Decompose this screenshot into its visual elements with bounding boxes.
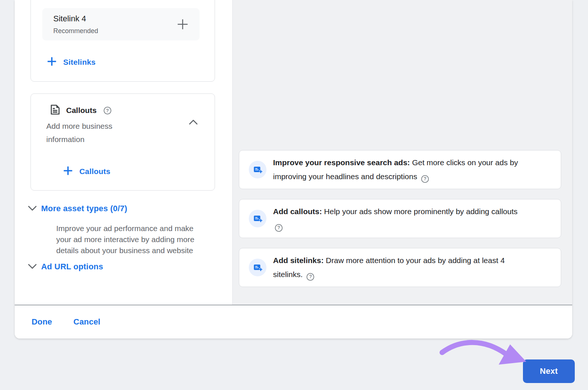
ads-asset-editor-screen: Sitelink 4 Recommended Sitelinks (0, 0, 588, 390)
collapse-callouts-chevron-up-icon[interactable] (187, 118, 199, 127)
panel-content: Sitelink 4 Recommended Sitelinks (15, 0, 572, 305)
callouts-header: Callouts ? (49, 104, 111, 117)
plus-icon (62, 165, 74, 177)
suggestion-card-add-callouts[interactable]: Add callouts: Help your ads show more pr… (239, 199, 561, 238)
sitelink-4-title: Sitelink 4 (53, 14, 86, 24)
add-sitelink-4-icon[interactable] (176, 18, 189, 32)
ad-asset-add-icon (249, 259, 266, 276)
ad-asset-add-icon (249, 210, 266, 227)
ad-url-options-toggle[interactable]: Ad URL options (27, 262, 103, 272)
callout-document-icon (49, 104, 61, 117)
ad-edit-panel: Sitelink 4 Recommended Sitelinks (15, 0, 572, 338)
suggestions-column: Improve your responsive search ads: Get … (233, 0, 572, 305)
suggestion-text: Improve your responsive search ads: Get … (273, 156, 523, 184)
done-button[interactable]: Done (32, 317, 52, 327)
more-asset-types-description: Improve your ad performance and make you… (56, 223, 233, 256)
help-icon[interactable]: ? (421, 175, 429, 183)
sitelink-4-recommended-badge: Recommended (53, 27, 98, 35)
cancel-button[interactable]: Cancel (74, 317, 100, 327)
help-icon[interactable]: ? (306, 273, 314, 281)
add-sitelinks-label: Sitelinks (63, 58, 96, 67)
plus-icon (46, 56, 57, 68)
panel-footer: Done Cancel (15, 305, 572, 338)
chevron-down-icon (27, 205, 37, 213)
more-asset-types-label: More asset types (0/7) (41, 204, 127, 213)
chevron-down-icon (27, 263, 37, 271)
sitelink-4-card[interactable]: Sitelink 4 Recommended (42, 8, 200, 40)
suggestion-text: Add sitelinks: Draw more attention to yo… (273, 253, 523, 281)
ad-asset-add-icon (249, 161, 266, 178)
asset-types-column: Sitelink 4 Recommended Sitelinks (15, 0, 233, 305)
callouts-title: Callouts (66, 106, 97, 115)
suggestion-card-add-sitelinks[interactable]: Add sitelinks: Draw more attention to yo… (239, 248, 561, 287)
ad-url-options-label: Ad URL options (41, 262, 103, 272)
suggestion-text: Add callouts: Help your ads show more pr… (273, 205, 523, 233)
help-icon[interactable]: ? (275, 224, 283, 232)
more-asset-types-toggle[interactable]: More asset types (0/7) (27, 204, 127, 213)
help-icon[interactable]: ? (104, 107, 111, 114)
callouts-subtitle: Add more business information (46, 120, 138, 146)
suggestion-card-improve-rsa[interactable]: Improve your responsive search ads: Get … (239, 150, 561, 189)
add-callouts-label: Callouts (79, 167, 110, 176)
next-button[interactable]: Next (523, 359, 575, 383)
callouts-section-card: Callouts ? Add more business information… (31, 93, 215, 191)
add-callouts-button[interactable]: Callouts (62, 165, 110, 177)
add-sitelinks-button[interactable]: Sitelinks (46, 56, 96, 68)
